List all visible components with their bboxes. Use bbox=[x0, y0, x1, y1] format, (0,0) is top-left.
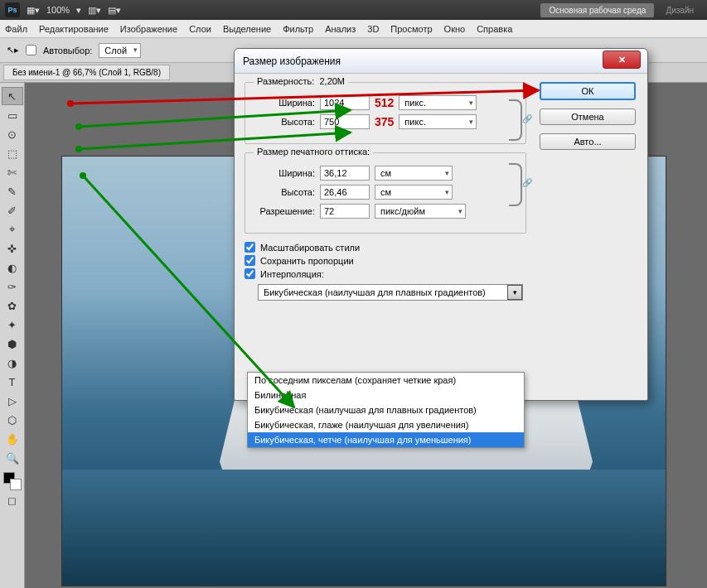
sea-area bbox=[62, 470, 666, 586]
tool-gradient[interactable]: ✿ bbox=[2, 296, 23, 315]
print-width-input[interactable] bbox=[320, 166, 370, 181]
zoom-dropdown-icon[interactable]: ▾ bbox=[76, 5, 81, 16]
resolution-label: Разрешение: bbox=[255, 206, 315, 216]
menu-help[interactable]: Справка bbox=[477, 24, 512, 34]
print-height-label: Высота: bbox=[255, 187, 315, 197]
tool-stampclone[interactable]: ✜ bbox=[2, 239, 23, 258]
view-icon-1[interactable]: ▥▾ bbox=[88, 5, 101, 16]
interpolation-selected-value: Бикубическая (наилучшая для плавных град… bbox=[264, 287, 486, 297]
menu-view[interactable]: Просмотр bbox=[390, 24, 432, 34]
height-input[interactable] bbox=[320, 114, 370, 129]
interp-option-bilinear[interactable]: Билинейная bbox=[248, 388, 524, 402]
tool-pen[interactable]: ◑ bbox=[2, 354, 23, 372]
constrain-prop-checkbox[interactable] bbox=[245, 255, 255, 266]
tool-eyedropper[interactable]: ✎ bbox=[2, 182, 23, 200]
interpolation-select[interactable]: Бикубическая (наилучшая для плавных град… bbox=[258, 284, 523, 301]
workspace-switcher: Основная рабочая среда Дизайн bbox=[535, 0, 707, 20]
scale-styles-checkbox[interactable] bbox=[245, 242, 255, 253]
workspace-main-button[interactable]: Основная рабочая среда bbox=[540, 3, 654, 17]
width-input[interactable] bbox=[320, 95, 370, 110]
tool-wand[interactable]: ⬚ bbox=[2, 144, 23, 162]
menu-layer[interactable]: Слои bbox=[189, 24, 211, 34]
quickmask-icon[interactable]: ◻ bbox=[2, 491, 23, 509]
print-link-bracket-icon[interactable] bbox=[509, 163, 522, 206]
interp-option-nearest[interactable]: По соседним пикселам (сохраняет четкие к… bbox=[248, 373, 524, 388]
menu-window[interactable]: Окно bbox=[444, 24, 466, 34]
menu-file[interactable]: Файл bbox=[5, 24, 27, 34]
menu-select[interactable]: Выделение bbox=[223, 24, 271, 34]
interpolation-dropdown-menu: По соседним пикселам (сохраняет четкие к… bbox=[247, 372, 525, 448]
height-new-value: 375 bbox=[375, 115, 394, 128]
tool-path[interactable]: ▷ bbox=[2, 392, 23, 410]
autoselect-checkbox[interactable] bbox=[26, 45, 36, 55]
menu-image[interactable]: Изображение bbox=[120, 24, 177, 34]
interpolation-label: Интерполяция: bbox=[260, 269, 324, 279]
tool-hand[interactable]: ✋ bbox=[2, 430, 23, 448]
interp-option-bicubic[interactable]: Бикубическая (наилучшая для плавных град… bbox=[248, 402, 524, 417]
tool-move[interactable]: ↖ bbox=[2, 87, 23, 105]
doc-icon[interactable]: ▦▾ bbox=[27, 5, 40, 16]
menu-filter[interactable]: Фильтр bbox=[283, 24, 313, 34]
dropdown-arrow-icon[interactable] bbox=[507, 285, 522, 300]
ok-button[interactable]: ОК bbox=[540, 82, 636, 100]
print-height-input[interactable] bbox=[320, 185, 370, 200]
tool-zoom[interactable]: 🔍 bbox=[2, 449, 23, 467]
app-logo: Ps bbox=[5, 2, 20, 17]
width-new-value: 512 bbox=[375, 96, 394, 109]
menu-edit[interactable]: Редактирование bbox=[39, 24, 109, 34]
view-icon-2[interactable]: ▤▾ bbox=[108, 5, 121, 16]
tool-heal[interactable]: ✐ bbox=[2, 201, 23, 219]
interpolation-checkbox[interactable] bbox=[245, 268, 255, 279]
tool-brush[interactable]: ⌖ bbox=[2, 220, 23, 239]
tool-eraser[interactable]: ✑ bbox=[2, 277, 23, 296]
dimensions-label: Размерность: bbox=[257, 76, 314, 86]
menu-analysis[interactable]: Анализ bbox=[325, 24, 356, 34]
scale-styles-label: Масштабировать стили bbox=[260, 243, 360, 253]
tool-marquee[interactable]: ▭ bbox=[2, 106, 23, 124]
height-label: Высота: bbox=[255, 117, 315, 127]
link-bracket-icon[interactable] bbox=[509, 99, 522, 141]
width-unit-select[interactable]: пикс. bbox=[399, 95, 477, 110]
move-tool-icon[interactable]: ↖▸ bbox=[7, 45, 19, 55]
document-tab[interactable]: Без имени-1 @ 66,7% (Слой 1, RGB/8) bbox=[3, 65, 170, 80]
dialog-title[interactable]: Размер изображения bbox=[235, 49, 647, 74]
tool-shape[interactable]: ⬡ bbox=[2, 411, 23, 429]
tool-history[interactable]: ◐ bbox=[2, 258, 23, 277]
tool-blur[interactable]: ✦ bbox=[2, 316, 23, 334]
constrain-prop-label: Сохранить пропорции bbox=[260, 256, 354, 266]
height-unit-select[interactable]: пикс. bbox=[399, 114, 477, 129]
auto-button[interactable]: Авто... bbox=[540, 133, 636, 150]
image-size-dialog: Размер изображения ✕ Размерность: 2,20M … bbox=[234, 48, 648, 401]
autoselect-target-select[interactable]: Слой bbox=[99, 43, 141, 58]
app-titlebar: Ps ▦▾ 100% ▾ ▥▾ ▤▾ Основная рабочая сред… bbox=[0, 0, 707, 20]
tool-dodge[interactable]: ⬢ bbox=[2, 335, 23, 353]
close-button[interactable]: ✕ bbox=[603, 51, 641, 69]
resolution-unit-select[interactable]: пикс/дюйм bbox=[375, 204, 466, 219]
dimensions-value: 2,20M bbox=[319, 76, 345, 86]
print-width-label: Ширина: bbox=[255, 168, 315, 178]
workspace-design-button[interactable]: Дизайн bbox=[657, 3, 702, 17]
tool-lasso[interactable]: ⊙ bbox=[2, 125, 23, 143]
cancel-button[interactable]: Отмена bbox=[540, 108, 636, 125]
print-width-unit-select[interactable]: см bbox=[375, 166, 453, 181]
tool-panel: ↖ ▭ ⊙ ⬚ ✄ ✎ ✐ ⌖ ✜ ◐ ✑ ✿ ✦ ⬢ ◑ T ▷ ⬡ ✋ 🔍 … bbox=[0, 83, 25, 588]
tool-crop[interactable]: ✄ bbox=[2, 163, 23, 181]
zoom-value[interactable]: 100% bbox=[46, 5, 70, 15]
resolution-input[interactable] bbox=[320, 204, 370, 219]
tool-type[interactable]: T bbox=[2, 373, 23, 391]
interp-option-bicubic-sharper[interactable]: Бикубическая, четче (наилучшая для умень… bbox=[248, 432, 524, 447]
width-label: Ширина: bbox=[255, 98, 315, 108]
color-swatch[interactable] bbox=[3, 472, 22, 490]
autoselect-label: Автовыбор: bbox=[43, 46, 92, 55]
print-size-legend: Размер печатного оттиска: bbox=[254, 147, 373, 157]
interp-option-bicubic-smoother[interactable]: Бикубическая, глаже (наилучшая для увели… bbox=[248, 417, 524, 432]
menu-3d[interactable]: 3D bbox=[367, 24, 379, 34]
print-height-unit-select[interactable]: см bbox=[375, 185, 453, 200]
menubar: Файл Редактирование Изображение Слои Выд… bbox=[0, 20, 707, 38]
